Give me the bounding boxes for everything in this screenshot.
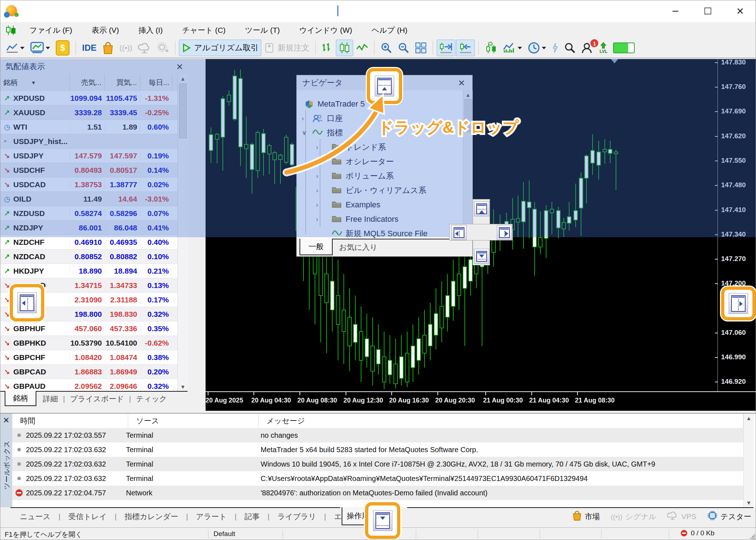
vps-button[interactable] (135, 40, 153, 56)
chevron-collapsed-icon[interactable]: › (302, 115, 310, 122)
line-chart-mode-button[interactable] (354, 40, 370, 56)
log-row[interactable]: 2025.09.22 17:02:04.757Network'88204976'… (12, 486, 743, 500)
column-header-メッセージ[interactable]: メッセージ (258, 414, 743, 428)
tab-指標カレンダー[interactable]: 指標カレンダー (122, 512, 181, 522)
tab-symbols[interactable]: 銘柄 (5, 391, 36, 406)
column-header-0[interactable]: 銘柄▾ (0, 74, 70, 91)
tab-favorites[interactable]: お気に入り (339, 242, 377, 252)
dock-bottom-button[interactable] (474, 249, 489, 264)
table-row[interactable]: ◷OILD11.4914.64-3.01% (0, 192, 188, 206)
table-row[interactable]: •USDJPY_hist... (0, 134, 188, 149)
candle-chart-mode-button[interactable] (336, 40, 353, 56)
log-row[interactable]: 2025.09.22 17:02:03.632TerminalC:¥Users¥… (12, 471, 743, 486)
crosshair-button[interactable] (549, 40, 561, 56)
market-watch-header[interactable]: 銘柄▾売気...買気...毎日... (0, 74, 188, 91)
chevron-down-icon[interactable] (46, 47, 50, 49)
scroll-thumb[interactable] (464, 99, 472, 132)
market-watch-scrollbar[interactable]: ▲ ▼ (177, 74, 188, 391)
mql5-community-button[interactable] (154, 40, 171, 56)
minimize-button[interactable]: ─ (666, 5, 684, 17)
table-row[interactable]: ↗NZDCHF0.469100.469350.40% (0, 235, 188, 249)
signals-button[interactable]: ((•)) (117, 40, 135, 56)
log-row[interactable]: 2025.09.22 17:02:03.632TerminalWindows 1… (12, 457, 743, 471)
tab-プライスボード[interactable]: プライスボード (70, 394, 124, 404)
column-header-2[interactable]: 買気... (105, 74, 140, 91)
table-row[interactable]: ↗HKDJPY18.89018.8940.21% (0, 264, 188, 278)
tree-item[interactable]: ›オシレーター (297, 154, 463, 169)
table-row[interactable]: ↗XAUUSD3339.283339.45-0.25% (0, 105, 188, 120)
chevron-collapsed-icon[interactable]: › (316, 187, 325, 194)
scroll-down-icon[interactable]: ▼ (744, 500, 754, 506)
table-row[interactable]: ↘GBPHKD10.5379010.54100-0.62% (0, 336, 188, 350)
tree-item[interactable]: ›Examples (297, 198, 463, 212)
status-profile[interactable]: Default (213, 530, 235, 538)
navigator-scrollbar[interactable]: ▲ (463, 90, 473, 239)
chevron-collapsed-icon[interactable]: › (316, 144, 325, 151)
chart-shift-marker[interactable] (611, 59, 618, 63)
menu-ヘルプ (H)[interactable]: ヘルプ (H) (362, 25, 417, 35)
chevron-expanded-icon[interactable]: ∨ (302, 129, 310, 137)
dock-right-button[interactable] (497, 225, 512, 240)
tab-記事[interactable]: 記事 (242, 512, 262, 522)
auto-scroll-button[interactable] (456, 40, 475, 56)
chevron-collapsed-icon[interactable]: › (316, 158, 325, 166)
log-row[interactable]: 2025.09.22 17:02:03.632TerminalMetaTrade… (12, 442, 743, 457)
column-header-ソース[interactable]: ソース (128, 414, 258, 428)
zoom-out-button[interactable] (395, 40, 412, 56)
launcher-VPS[interactable]: VPS (667, 511, 696, 522)
table-row[interactable]: ↗XPDUSD1099.0941105.475-1.31% (0, 91, 188, 105)
new-order-button[interactable]: 新規注文 (262, 40, 312, 56)
table-row[interactable]: ↘GBPCHF1.084201.084740.38% (0, 350, 188, 365)
resize-grip[interactable] (750, 534, 755, 539)
tab-ニュース[interactable]: ニュース (17, 512, 53, 522)
dock-bottom-highlight-button[interactable] (365, 502, 400, 539)
market-watch-toggle-button[interactable]: $ (53, 40, 72, 56)
log-row[interactable]: 2025.09.22 17:02:03.557Terminalno change… (12, 428, 743, 442)
chevron-down-icon[interactable] (20, 47, 24, 49)
toolbox-header[interactable]: 時間ソースメッセージ (12, 414, 743, 428)
timeframes-button[interactable] (525, 40, 549, 56)
close-button[interactable]: ✕ (731, 5, 749, 17)
metaeditor-button[interactable]: IDE (80, 40, 99, 56)
dock-top-highlight-button[interactable] (367, 68, 402, 104)
market-button[interactable] (100, 40, 116, 56)
scroll-up-icon[interactable]: ▲ (178, 76, 188, 82)
tab-ライブラリ[interactable]: ライブラリ (275, 512, 319, 522)
menu-表示 (V)[interactable]: 表示 (V) (82, 25, 129, 35)
scroll-thumb[interactable] (179, 84, 187, 138)
chevron-down-icon[interactable] (542, 47, 546, 49)
table-row[interactable]: ↘USDJPY147.579147.5970.19% (0, 149, 188, 163)
menu-ツール (T)[interactable]: ツール (T) (235, 25, 290, 35)
market-watch-close-icon[interactable]: ✕ (176, 62, 183, 72)
table-row[interactable]: ◷WTI1.511.890.60% (0, 120, 188, 134)
tree-item[interactable]: ›ボリューム系 (297, 169, 463, 183)
algo-trading-button[interactable]: アルゴリズム取引 (179, 40, 261, 56)
table-row[interactable]: ↗NZDCAD0.808520.808820.10% (0, 249, 188, 264)
dock-left-highlight-button[interactable] (10, 284, 44, 321)
zoom-in-button[interactable] (378, 40, 395, 56)
tab-詳細[interactable]: 詳細 (43, 394, 58, 404)
tab-アラート[interactable]: アラート (193, 512, 229, 522)
profiles-button[interactable] (28, 40, 53, 56)
table-row[interactable]: ↘USDCAD1.387531.387770.02% (0, 177, 188, 192)
chevron-collapsed-icon[interactable]: › (316, 201, 325, 209)
menu-挿入 (I)[interactable]: 挿入 (I) (129, 25, 172, 35)
levels-button[interactable]: LVL (597, 40, 610, 56)
tab-受信トレイ[interactable]: 受信トレイ (66, 512, 109, 522)
table-row[interactable]: ↗NZDJPY86.00186.0480.41% (0, 221, 188, 235)
table-row[interactable]: ↘GBPHUF457.060457.3360.35% (0, 321, 188, 336)
column-header-1[interactable]: 売気... (70, 74, 105, 91)
dock-top-button[interactable] (474, 201, 489, 216)
column-header-3[interactable]: 毎日... (140, 74, 172, 91)
tree-item[interactable]: 新規 MQL5 Source File (297, 226, 463, 239)
chevron-collapsed-icon[interactable]: › (316, 216, 325, 223)
tree-item[interactable]: ›Free Indicators (297, 212, 463, 226)
menu-チャート (C)[interactable]: チャート (C) (172, 25, 235, 35)
indicators-button[interactable] (500, 40, 525, 56)
tile-windows-button[interactable] (413, 40, 429, 56)
launcher-テスター[interactable]: テスター (707, 510, 751, 522)
toolbox-scrollbar[interactable]: ▲ ▼ (743, 414, 754, 507)
bar-chart-mode-button[interactable] (319, 40, 335, 56)
dock-right-highlight-button[interactable] (721, 287, 756, 320)
tab-general[interactable]: 一般 (300, 239, 333, 255)
